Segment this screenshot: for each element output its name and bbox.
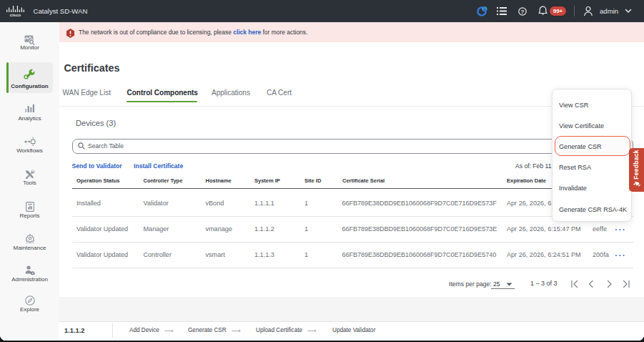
svg-text:cisco: cisco [10,13,21,16]
svg-text:?: ? [521,8,525,14]
